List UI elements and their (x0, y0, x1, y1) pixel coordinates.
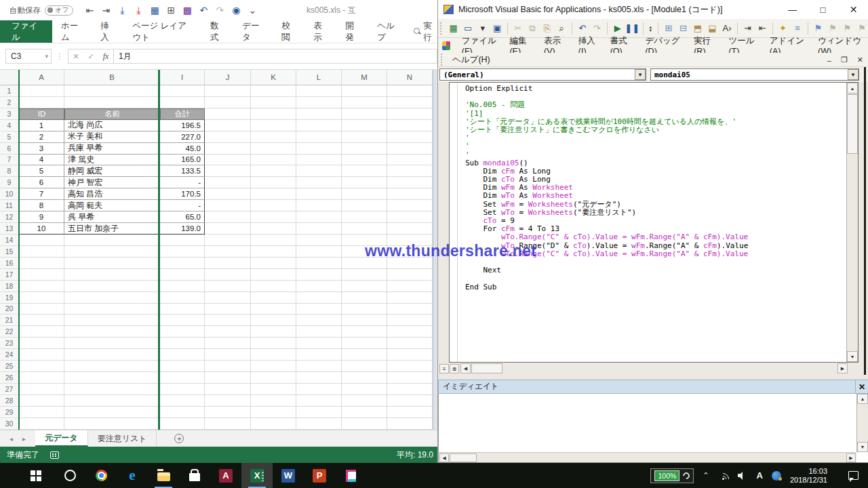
grid-cell[interactable] (64, 407, 160, 418)
grid-cell[interactable] (342, 223, 387, 235)
grid-cell[interactable] (387, 223, 433, 235)
column-header-M[interactable]: M (342, 70, 387, 85)
row-header-26[interactable]: 26 (0, 372, 19, 384)
grid-cell[interactable] (19, 326, 64, 338)
grid-cell[interactable] (205, 188, 251, 200)
grid-cell[interactable]: 65.0 (160, 211, 205, 223)
code-line[interactable]: Set wTo = Worksheets("要注意リスト") (465, 209, 846, 217)
grid-cell[interactable] (296, 85, 342, 97)
grid-cell[interactable] (342, 338, 387, 349)
grid-cell[interactable] (205, 177, 251, 188)
column-header-N[interactable]: N (387, 70, 433, 85)
grid-cell[interactable] (160, 292, 205, 304)
grid-cell[interactable] (296, 349, 342, 361)
grid-cell[interactable] (296, 120, 342, 131)
grid-cell[interactable] (387, 407, 433, 418)
row-header-28[interactable]: 28 (0, 395, 19, 407)
maximize-button[interactable]: □ (808, 0, 838, 19)
grid-cell[interactable] (19, 281, 64, 292)
volume-icon[interactable] (738, 472, 748, 480)
taskbar-start-icon[interactable] (23, 463, 54, 488)
grid-cell[interactable] (205, 314, 251, 326)
grid-cell[interactable] (387, 281, 433, 292)
select-all-corner[interactable] (0, 70, 19, 85)
grid-cell[interactable] (387, 372, 433, 384)
minimize-button[interactable]: — (777, 0, 808, 19)
full-module-view-icon[interactable]: ≣ (450, 364, 459, 373)
scroll-right-icon[interactable]: ▶ (846, 453, 856, 462)
row-header-9[interactable]: 9 (0, 177, 19, 188)
excel-icon[interactable]: ▦ (447, 22, 460, 35)
grid-cell[interactable] (205, 85, 251, 97)
row-header-6[interactable]: 6 (0, 143, 19, 155)
grid-cell[interactable] (342, 395, 387, 407)
grid-cell[interactable] (251, 338, 296, 349)
code-editor[interactable]: Option Explicit 'No.005 - 問題'[1]'シート「元デー… (449, 82, 859, 363)
grid-cell[interactable] (251, 246, 296, 258)
dropdown-arrow-icon[interactable]: ▼ (635, 69, 646, 80)
add-sheet-button[interactable]: + (174, 430, 184, 447)
grid-cell[interactable]: 高知 昌浩 (64, 188, 160, 200)
grid-cell[interactable] (205, 281, 251, 292)
grid-cell[interactable] (64, 418, 160, 430)
grid-cell[interactable] (205, 418, 251, 430)
grid-cell[interactable]: 合計 (160, 108, 205, 120)
grid-cell[interactable] (296, 395, 342, 407)
grid-cell[interactable] (296, 188, 342, 200)
immediate-window[interactable]: ▲ ▼ ◀ ▶ (438, 394, 868, 463)
tray-app-icon[interactable] (772, 471, 781, 481)
grid-cell[interactable] (342, 200, 387, 211)
insert-down-red-icon[interactable]: ⤓ (132, 5, 145, 15)
grid-cell[interactable] (251, 407, 296, 418)
grid-cell[interactable] (387, 108, 433, 120)
grid-cell[interactable] (64, 361, 160, 372)
mdi-close-icon[interactable]: ✕ (857, 56, 863, 64)
pointer-mode-icon[interactable]: ◉ (229, 5, 243, 15)
grid-cell[interactable] (342, 418, 387, 430)
dropdown-caret-icon[interactable]: ▾ (476, 22, 490, 35)
grid-cell[interactable] (19, 361, 64, 372)
grid-cell[interactable] (160, 418, 205, 430)
scrollbar-track[interactable] (460, 363, 848, 373)
grid-cell[interactable] (251, 177, 296, 188)
grid-cell[interactable] (251, 292, 296, 304)
grid-cell[interactable] (296, 97, 342, 108)
grid-cell[interactable] (160, 326, 205, 338)
grid-cell[interactable] (387, 143, 433, 155)
grid-cell[interactable] (387, 326, 433, 338)
grid-cell[interactable] (387, 155, 433, 166)
comment-block-icon[interactable]: ✦ (776, 22, 790, 35)
grid-cell[interactable]: - (160, 200, 205, 211)
grid-cell[interactable] (205, 120, 251, 131)
grid-cell[interactable] (387, 304, 433, 315)
grid-cell[interactable] (205, 407, 251, 418)
grid-cell[interactable] (205, 211, 251, 223)
scroll-up-icon[interactable]: ▲ (847, 83, 858, 94)
grid-cell[interactable] (342, 407, 387, 418)
grid-cell[interactable] (205, 269, 251, 281)
grid-cell[interactable]: 3 (19, 143, 64, 155)
grid-cell[interactable] (387, 418, 433, 430)
bookmark-clear-icon[interactable]: ⚑ (855, 22, 868, 35)
find-icon[interactable]: ⌕ (555, 22, 569, 35)
grid-cell[interactable] (205, 395, 251, 407)
grid-cell[interactable]: 165.0 (160, 155, 205, 166)
row-header-7[interactable]: 7 (0, 155, 19, 166)
grid-cell[interactable] (387, 292, 433, 304)
grid-cell[interactable] (387, 338, 433, 349)
grid-cell[interactable] (160, 258, 205, 269)
list-properties-icon[interactable]: ≡ (791, 22, 804, 35)
grid-cell[interactable] (342, 269, 387, 281)
grid-cell[interactable] (387, 85, 433, 97)
grid-cell[interactable] (387, 165, 433, 177)
code-line[interactable]: 'No.005 - 問題 (465, 101, 846, 109)
grid-cell[interactable] (387, 361, 433, 372)
grid-cell[interactable] (160, 349, 205, 361)
grid-cell[interactable] (19, 395, 64, 407)
cut-icon[interactable]: ✂ (511, 22, 525, 35)
grid-cell[interactable] (342, 108, 387, 120)
column-header-A[interactable]: A (19, 70, 64, 85)
scroll-right-icon[interactable]: ▶ (837, 363, 848, 373)
grid-cell[interactable] (342, 120, 387, 131)
grid-cell[interactable] (251, 97, 296, 108)
